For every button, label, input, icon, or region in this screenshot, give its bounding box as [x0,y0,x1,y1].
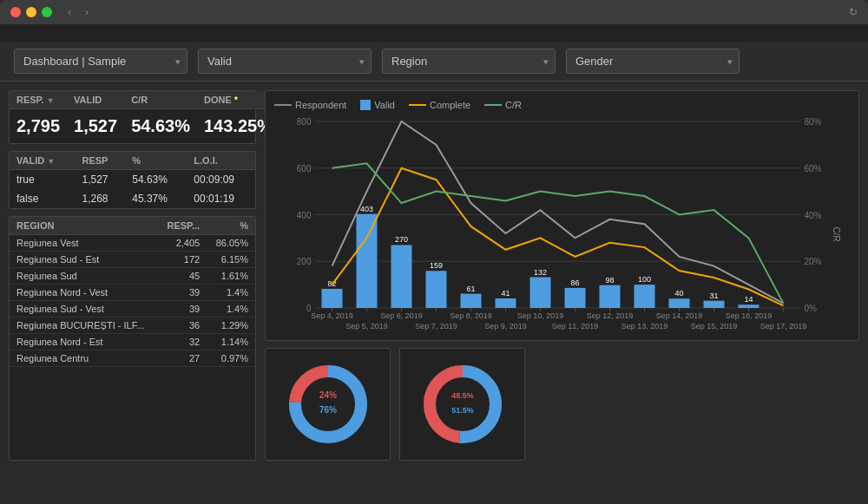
cr-value: 54.63% [124,109,197,144]
main-chart: Respondent Valid Complete C/R 00%20020%4… [265,90,859,341]
svg-rect-30 [565,288,586,308]
valid-false-resp: 1,268 [75,189,125,208]
svg-text:14: 14 [744,295,753,304]
svg-rect-26 [496,298,516,308]
main-content: RESP. ▼ VALID C/R DONE * 2,795 1,527 54.… [0,82,868,469]
svg-text:80%: 80% [805,117,822,127]
bottom-charts: 24% 76% 48.5% 51.5% [265,348,859,461]
svg-text:86: 86 [570,278,579,287]
toolbar: Dashboard | Sample Valid Region Gender [0,42,868,82]
region-row: Regiunea Vest2,40586.05% [10,235,255,252]
region-select-wrapper: Region [382,49,556,74]
back-button[interactable]: ‹ [62,5,76,19]
region-cell: Regiunea Vest [10,235,158,252]
legend-valid: Valid [360,100,395,110]
region-cell: 1.29% [207,317,255,334]
svg-text:Sep 11, 2019: Sep 11, 2019 [552,322,599,331]
minimize-button[interactable] [26,7,36,17]
svg-text:76%: 76% [319,405,336,415]
region-table: REGION RESP... % Regiunea Vest2,40586.05… [9,216,256,461]
svg-text:Sep 9, 2019: Sep 9, 2019 [484,322,527,331]
cr-header: C/R [124,91,197,109]
svg-text:40%: 40% [805,211,822,220]
valid-select-wrapper: Valid [198,49,372,74]
window-chrome: ‹ › ↻ [0,0,868,24]
svg-text:98: 98 [605,276,614,285]
svg-rect-22 [426,271,447,308]
valid-header: VALID [67,91,124,109]
region-select[interactable]: Region [382,49,556,74]
valid-col-header[interactable]: VALID ▼ [10,152,75,170]
svg-text:Sep 14, 2019: Sep 14, 2019 [656,311,703,320]
region-resp-header: RESP... [158,217,207,235]
nav-arrows: ‹ › [62,5,94,19]
region-cell: Regiunea Nord - Est [10,334,158,350]
region-row: Regiunea Sud - Vest391.4% [10,301,255,317]
close-button[interactable] [10,7,21,17]
region-cell: Regiunea Sud - Est [10,252,158,268]
svg-text:Sep 17, 2019: Sep 17, 2019 [760,322,807,331]
svg-text:270: 270 [395,235,408,244]
svg-text:159: 159 [430,261,443,270]
region-cell: 1.4% [207,301,255,317]
region-cell: 1.61% [207,268,255,285]
svg-rect-32 [600,285,621,308]
region-cell: Regiunea Nord - Vest [10,285,158,301]
valid-rect-icon [360,100,371,110]
svg-text:Sep 12, 2019: Sep 12, 2019 [587,311,634,320]
respondent-line-icon [274,104,292,106]
valid-false-loi: 00:01:19 [187,189,255,208]
region-cell: Regiunea Sud - Vest [10,301,158,317]
valid-false-label: false [10,189,75,208]
region-cell: Regiunea BUCUREȘTI - ILF... [10,317,158,334]
region-row: Regiunea BUCUREȘTI - ILF...361.29% [10,317,255,334]
region-cell: 32 [158,334,207,350]
top-stats-row: 2,795 1,527 54.63% 143.25% [10,109,279,144]
donut-chart-2: 48.5% 51.5% [399,348,525,461]
svg-text:31: 31 [709,291,718,300]
svg-text:48.5%: 48.5% [451,391,474,400]
chart-svg: 00%20020%40040%60060%80080%C/R8240327015… [274,117,850,341]
reload-icon[interactable]: ↻ [849,6,858,18]
region-row: Regiunea Sud - Est1726.15% [10,252,255,268]
svg-text:24%: 24% [319,390,336,400]
svg-text:Sep 10, 2019: Sep 10, 2019 [517,311,564,320]
pct-col-header: % [125,152,187,170]
donut-chart-1: 24% 76% [265,348,391,461]
gender-select[interactable]: Gender [566,49,740,74]
dashboard-select-wrapper: Dashboard | Sample [14,49,187,74]
region-cell: 45 [158,268,207,285]
svg-text:61: 61 [466,285,475,293]
region-cell: 39 [158,301,207,317]
svg-text:51.5%: 51.5% [451,406,474,415]
legend-respondent: Respondent [274,100,346,110]
svg-text:403: 403 [360,205,373,213]
svg-text:100: 100 [638,275,651,284]
svg-rect-40 [739,304,760,308]
svg-rect-24 [461,294,482,308]
legend-respondent-label: Respondent [295,100,346,110]
left-panel: RESP. ▼ VALID C/R DONE * 2,795 1,527 54.… [9,90,256,461]
svg-text:Sep 8, 2019: Sep 8, 2019 [450,311,492,320]
region-row: Regiunea Nord - Vest391.4% [10,285,255,301]
svg-rect-28 [530,278,551,308]
svg-text:40: 40 [674,289,683,298]
svg-text:20%: 20% [805,257,822,266]
svg-text:400: 400 [297,211,312,220]
donut-svg-2: 48.5% 51.5% [415,357,510,452]
svg-text:200: 200 [297,257,312,266]
svg-text:Sep 4, 2019: Sep 4, 2019 [311,311,353,320]
resp-header[interactable]: RESP. ▼ [10,91,67,109]
svg-rect-20 [391,245,412,308]
valid-select[interactable]: Valid [198,49,372,74]
svg-text:C/R: C/R [832,226,841,241]
svg-text:0%: 0% [805,304,818,313]
legend-cr: C/R [484,100,522,110]
legend-valid-label: Valid [374,100,395,110]
dashboard-select[interactable]: Dashboard | Sample [14,49,187,74]
svg-rect-16 [322,289,343,308]
complete-line-icon [409,104,426,106]
forward-button[interactable]: › [80,5,94,19]
svg-text:41: 41 [501,289,510,298]
maximize-button[interactable] [42,7,52,17]
